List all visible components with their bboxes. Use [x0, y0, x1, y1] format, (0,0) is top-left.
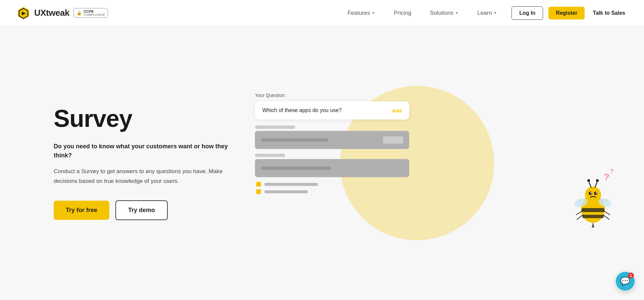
survey-option-button[interactable]: [383, 136, 403, 144]
svg-line-24: [603, 215, 609, 219]
survey-question-label: Your Question:: [255, 93, 409, 98]
survey-option-group-2: [255, 154, 409, 177]
survey-option-bar-inner: [261, 138, 328, 142]
nav-item-solutions: Solutions ▼: [421, 0, 468, 26]
nav-link-pricing[interactable]: Pricing: [384, 0, 421, 26]
register-button[interactable]: Register: [548, 7, 585, 19]
svg-marker-20: [592, 222, 594, 228]
survey-options: [255, 126, 409, 194]
hero-buttons: Try for free Try demo: [54, 200, 228, 220]
survey-card: Your Question: Which of these apps do yo…: [255, 93, 409, 194]
try-demo-button[interactable]: Try demo: [115, 200, 168, 220]
chevron-down-icon: ▼: [493, 11, 497, 15]
ccpa-title: CCPA: [84, 9, 105, 13]
svg-text:▶: ▶: [22, 10, 26, 16]
survey-radio-group: [255, 182, 409, 194]
hero-subtitle: Do you need to know what your customers …: [54, 142, 228, 160]
svg-line-16: [595, 181, 597, 187]
hero-desc: Conduct a Survey to get answers to any q…: [54, 167, 228, 186]
hero-content: Survey Do you need to know what your cus…: [54, 106, 228, 220]
nav-link-features[interactable]: Features ▼: [338, 0, 384, 26]
survey-option-label-bar: [255, 154, 285, 157]
navbar: ▶ UXtweak 🔒 CCPA COMPLIANCE Features ▼ P…: [0, 0, 644, 26]
bee-illustration: ? ?: [570, 165, 624, 234]
svg-rect-8: [582, 215, 604, 218]
logo-text: UXtweak: [34, 8, 69, 18]
chat-icon: 💬: [620, 277, 630, 286]
svg-line-22: [577, 215, 583, 219]
survey-option-row-1: [255, 131, 409, 149]
hero-section: Survey Do you need to know what your cus…: [0, 26, 644, 300]
ccpa-badge: 🔒 CCPA COMPLIANCE: [73, 8, 108, 18]
nav-link-solutions[interactable]: Solutions ▼: [421, 0, 468, 26]
survey-option-label-bar: [255, 126, 295, 129]
survey-radio-bar: [264, 183, 318, 186]
svg-point-13: [596, 192, 597, 194]
ccpa-sub: COMPLIANCE: [84, 13, 105, 17]
survey-radio-bar: [264, 190, 308, 193]
lock-icon: 🔒: [76, 10, 82, 15]
nav-actions: Log In Register Talk to Sales: [512, 6, 628, 20]
svg-line-14: [589, 181, 591, 187]
survey-radio-dot: [256, 189, 261, 194]
try-free-button[interactable]: Try for free: [54, 201, 109, 220]
survey-radio-row-1: [256, 182, 409, 187]
svg-text:?: ?: [604, 172, 609, 182]
hero-title: Survey: [54, 106, 228, 132]
logo-icon: ▶: [16, 6, 31, 20]
svg-point-12: [590, 192, 592, 194]
chat-widget[interactable]: 💬 1: [616, 272, 635, 291]
survey-radio-row-2: [256, 189, 409, 194]
survey-add-button[interactable]: Add: [392, 108, 402, 113]
svg-point-26: [579, 199, 581, 201]
svg-point-17: [596, 179, 599, 182]
survey-option-group-1: [255, 126, 409, 149]
hero-illustration: Your Question: Which of these apps do yo…: [255, 83, 604, 244]
svg-point-15: [587, 179, 590, 182]
chevron-down-icon: ▼: [372, 11, 375, 15]
survey-question-text: Which of these apps do you use?: [262, 107, 342, 113]
bee-svg: ? ?: [570, 165, 624, 232]
logo-link[interactable]: ▶ UXtweak: [16, 6, 69, 20]
survey-question-box: Which of these apps do you use? Add: [255, 101, 409, 119]
svg-rect-7: [582, 208, 604, 212]
survey-option-bar-inner: [261, 166, 331, 170]
survey-radio-dot: [256, 182, 261, 187]
nav-item-pricing: Pricing: [384, 0, 421, 26]
nav-link-learn[interactable]: Learn ▼: [468, 0, 506, 26]
svg-text:?: ?: [610, 167, 614, 175]
chevron-down-icon: ▼: [455, 11, 459, 15]
nav-links: Features ▼ Pricing Solutions ▼ Learn ▼: [338, 0, 506, 26]
talk-to-sales-button[interactable]: Talk to Sales: [590, 10, 628, 16]
login-button[interactable]: Log In: [512, 6, 543, 20]
chat-badge: 1: [628, 272, 634, 279]
svg-point-25: [605, 199, 607, 201]
svg-point-9: [585, 187, 601, 203]
survey-option-row-2: [255, 159, 409, 177]
nav-item-features: Features ▼: [338, 0, 384, 26]
nav-item-learn: Learn ▼: [468, 0, 506, 26]
